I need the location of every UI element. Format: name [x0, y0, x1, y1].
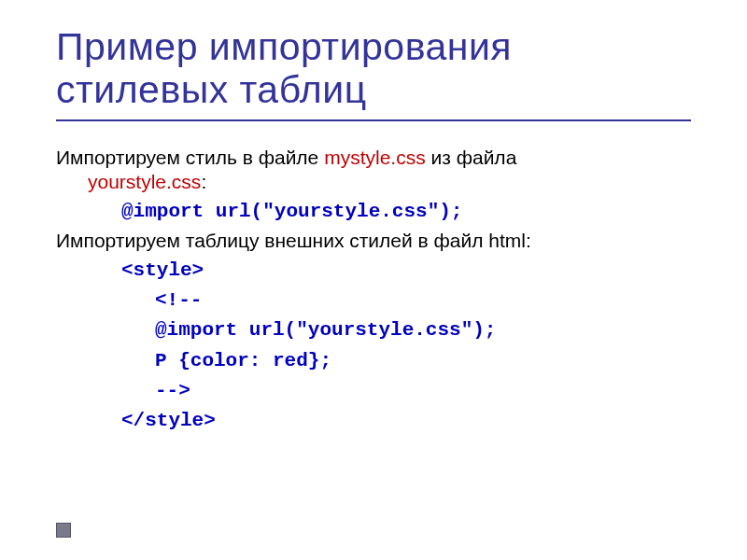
- slide-title: Пример импортирования стилевых таблиц: [56, 26, 691, 112]
- import-statement-2: @import url("yourstyle.css");: [155, 319, 496, 341]
- title-underline: [56, 119, 691, 121]
- p1-text-c: :: [201, 171, 206, 192]
- p1-text-b: из файла: [426, 147, 517, 168]
- slide: Пример импортирования стилевых таблиц Им…: [0, 0, 747, 560]
- code-block-line-2: <!--: [56, 287, 691, 313]
- code-line-1: @import url("yourstyle.css");: [56, 198, 691, 224]
- code-block-line-4: P {color: red};: [56, 347, 691, 373]
- code-block-line-3: @import url("yourstyle.css");: [56, 316, 691, 343]
- code-block-line-5: -->: [56, 377, 691, 403]
- style-open-tag: <style>: [121, 259, 204, 281]
- code-block-line-1: <style>: [56, 257, 691, 283]
- p1-filename-2: yourstyle.css: [56, 170, 201, 194]
- p1-text-a: Импортируем стиль в файле: [56, 147, 324, 168]
- p1-filename-1: mystyle.css: [324, 147, 426, 168]
- footer-square-icon: [56, 523, 71, 538]
- comment-open: <!--: [155, 289, 202, 311]
- code-block-line-6: </style>: [56, 407, 691, 433]
- import-statement-1: @import url("yourstyle.css");: [121, 201, 462, 222]
- comment-close: -->: [155, 380, 190, 401]
- style-close-tag: </style>: [121, 410, 216, 431]
- css-rule: P {color: red};: [155, 350, 331, 371]
- paragraph-1: Импортируем стиль в файле mystyle.css из…: [56, 146, 691, 195]
- paragraph-2: Импортируем таблицу внешних стилей в фай…: [56, 229, 691, 253]
- slide-body: Импортируем стиль в файле mystyle.css из…: [56, 146, 691, 434]
